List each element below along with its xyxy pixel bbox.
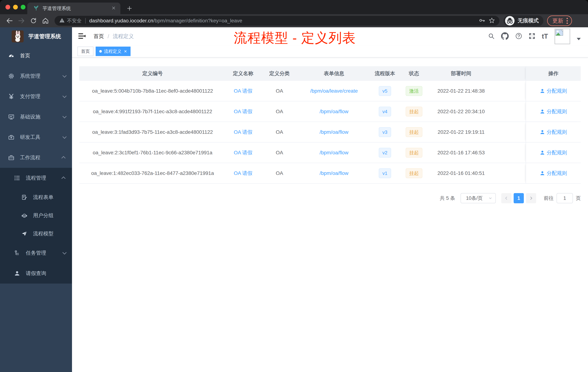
org-tree-icon: [14, 250, 20, 256]
page-number-current[interactable]: 1: [514, 193, 524, 203]
briefcase-icon: [8, 154, 15, 161]
assign-rule-label: 分配规则: [547, 108, 567, 115]
github-icon[interactable]: [501, 32, 509, 41]
sidebar-item-system[interactable]: 系统管理: [0, 66, 72, 86]
help-icon[interactable]: [515, 33, 522, 40]
assign-rule-button[interactable]: 分配规则: [540, 149, 567, 156]
tag-process-definition[interactable]: 流程定义: [96, 47, 131, 56]
chevron-right-icon: [529, 196, 533, 200]
tags-view-bar: 首页 流程定义: [72, 45, 588, 57]
browser-urlbar: 不安全 dashboard.yudao.iocoder.cn /bpm/mana…: [0, 14, 588, 27]
assign-rule-button[interactable]: 分配规则: [540, 88, 567, 94]
back-icon[interactable]: [5, 16, 14, 25]
sidebar-item-label: 流程模型: [33, 230, 65, 237]
form-info-link[interactable]: /bpm/oa/flow: [320, 150, 348, 156]
reload-icon[interactable]: [29, 16, 38, 25]
tab-close-icon[interactable]: [111, 6, 116, 11]
update-button[interactable]: 更新: [547, 15, 572, 26]
definition-name-link[interactable]: OA 请假: [234, 129, 252, 136]
key-icon[interactable]: [479, 17, 485, 24]
prev-page-button[interactable]: [501, 193, 512, 203]
forward-icon[interactable]: [17, 16, 26, 25]
sidebar-item-infrastructure[interactable]: 基础设施: [0, 107, 72, 127]
tag-label: 首页: [81, 48, 90, 54]
definition-name-link[interactable]: OA 请假: [234, 170, 252, 177]
window-zoom-button[interactable]: [21, 5, 25, 10]
definition-name-link[interactable]: OA 请假: [234, 108, 252, 115]
monitor-icon: [8, 114, 15, 120]
avatar[interactable]: [555, 29, 570, 44]
home-icon[interactable]: [41, 16, 50, 25]
form-info-link[interactable]: /bpm/oa/flow: [320, 170, 348, 176]
assign-rule-label: 分配规则: [547, 129, 567, 136]
form-edit-icon: [21, 194, 28, 200]
not-secure-warning-icon: [59, 18, 65, 24]
deploy-time: 2022-01-22 19:19:11: [428, 122, 494, 142]
assign-rule-button[interactable]: 分配规则: [540, 129, 567, 136]
sidebar-item-process-form[interactable]: 流程表单: [0, 188, 72, 206]
breadcrumb-home[interactable]: 首页: [94, 33, 104, 40]
page-size-select[interactable]: 10条/页: [461, 193, 496, 203]
font-size-icon[interactable]: tT: [542, 33, 548, 40]
definition-name-link[interactable]: OA 请假: [234, 149, 252, 156]
deploy-time: 2022-01-22 21:48:38: [428, 81, 494, 101]
form-info-link[interactable]: /bpm/oa/flow: [320, 129, 348, 135]
version-badge: v5: [379, 86, 391, 96]
definition-category: OA: [260, 122, 299, 142]
update-label[interactable]: 更新: [552, 17, 563, 25]
sidebar-item-label: 支付管理: [20, 93, 63, 100]
assign-rule-button[interactable]: 分配规则: [540, 108, 567, 115]
sidebar-item-label: 流程管理: [26, 175, 63, 181]
yen-icon: [8, 93, 15, 99]
form-info-link[interactable]: /bpm/oa/flow: [320, 109, 348, 114]
url-path: /bpm/manager/definition?key=oa_leave: [153, 18, 475, 24]
user-icon: [14, 271, 20, 276]
tag-close-icon[interactable]: [124, 50, 127, 53]
security-label[interactable]: 不安全: [67, 17, 82, 24]
sidebar-item-user-group[interactable]: 用户分组: [0, 206, 72, 225]
breadcrumb-separator: /: [108, 33, 109, 40]
browser-menu-dots-icon[interactable]: [567, 18, 568, 24]
sidebar-item-leave-query[interactable]: 请假查询: [0, 263, 72, 284]
form-info-link[interactable]: /bpm/oa/leave/create: [310, 88, 358, 94]
sidebar-item-payment[interactable]: 支付管理: [0, 86, 72, 107]
chevron-down-icon: [63, 114, 67, 119]
new-tab-button[interactable]: [125, 4, 134, 13]
bookmark-star-icon[interactable]: [489, 17, 495, 24]
sidebar-item-label: 首页: [20, 52, 65, 59]
version-badge: v2: [379, 148, 391, 158]
sidebar-item-home[interactable]: 首页: [0, 45, 72, 66]
sidebar-item-process-management[interactable]: 流程管理: [0, 168, 72, 188]
tab-title: 芋道管理系统: [42, 5, 111, 12]
table-row: oa_leave:1:482ec033-762a-11ec-8477-a2380…: [79, 163, 581, 184]
app-title: 芋道管理系统: [28, 33, 61, 40]
url-host: dashboard.yudao.iocoder.cn: [89, 18, 153, 24]
definition-category: OA: [260, 81, 299, 101]
address-bar[interactable]: 不安全 dashboard.yudao.iocoder.cn /bpm/mana…: [54, 16, 499, 26]
window-close-button[interactable]: [5, 5, 10, 10]
breadcrumb-current: 流程定义: [113, 33, 134, 40]
definition-name-link[interactable]: OA 请假: [234, 88, 252, 94]
version-badge: v1: [379, 168, 391, 178]
search-icon[interactable]: [488, 33, 494, 40]
next-page-button[interactable]: [526, 193, 536, 203]
goto-page-input[interactable]: [556, 193, 573, 203]
tag-home[interactable]: 首页: [77, 47, 94, 56]
chevron-down-icon: [63, 135, 67, 139]
browser-tab[interactable]: 芋道管理系统: [27, 2, 120, 14]
sidebar-item-label: 用户分组: [33, 212, 65, 219]
sidebar-item-devtools[interactable]: 研发工具: [0, 127, 72, 147]
definition-id: oa_leave:5:004b710b-7b8a-11ec-8ef0-acde4…: [79, 81, 226, 101]
app-logo[interactable]: 芋道管理系统: [0, 27, 72, 45]
sidebar: 芋道管理系统 首页: [0, 27, 72, 372]
window-minimize-button[interactable]: [13, 5, 18, 10]
sidebar-item-process-model[interactable]: 流程模型: [0, 225, 72, 243]
sidebar-item-workflow[interactable]: 工作流程: [0, 147, 72, 168]
sidebar-collapse-icon[interactable]: [78, 33, 86, 40]
browser-tabstrip: 芋道管理系统: [0, 0, 588, 14]
avatar-caret-icon[interactable]: [577, 38, 581, 40]
fullscreen-icon[interactable]: [529, 33, 535, 40]
browser-window: 芋道管理系统: [0, 0, 588, 372]
sidebar-item-task-management[interactable]: 任务管理: [0, 243, 72, 263]
assign-rule-button[interactable]: 分配规则: [540, 170, 567, 177]
